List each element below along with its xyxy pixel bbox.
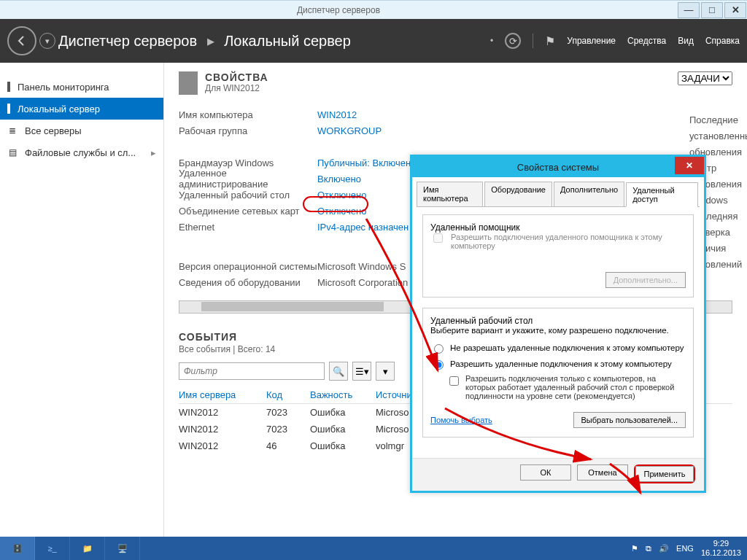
taskbar-server-manager[interactable]: 🗄️ [0,537,35,560]
tray-flag-icon[interactable]: ⚑ [631,544,638,553]
ok-button[interactable]: ОК [520,464,571,481]
prop-workgroup-label: Рабочая группа [179,125,317,136]
server-icon [7,104,10,114]
tray-clock[interactable]: 9:29 16.12.2013 [701,539,741,558]
chevron-right-icon: ▸ [207,33,214,49]
server-manager-icon: 🗄️ [12,544,23,553]
powershell-icon: ≥_ [47,544,56,553]
tray-sound-icon[interactable]: 🔊 [659,544,669,553]
tray-language[interactable]: ENG [676,544,694,553]
remote-desktop-legend: Удаленный рабочий стол [430,316,686,326]
scrollbar-thumb[interactable] [201,302,384,311]
tasks-dropdown[interactable]: ЗАДАЧИ [678,71,732,85]
tab-advanced[interactable]: Дополнительно [554,182,624,206]
ribbon-bar: ▾ Диспетчер серверов ▸ Локальный сервер … [0,19,747,63]
nav-dashboard[interactable]: Панель мониторинга [0,76,163,98]
history-dropdown[interactable]: ▾ [39,33,55,49]
prop-ethernet-value[interactable]: IPv4-адрес назначен [317,222,409,233]
prop-remote-admin-label: Удаленное администрирование [179,168,317,190]
taskbar-explorer[interactable]: 📁 [70,537,105,560]
properties-tile-icon [179,71,198,95]
close-button[interactable]: ✕ [724,2,746,18]
prop-computer-label: Имя компьютера [179,109,317,120]
nav-all-servers[interactable]: ≣Все серверы [0,120,163,141]
advanced-button: Дополнительно... [605,272,686,288]
properties-subheading: Для WIN2012 [205,83,268,93]
dialog-close-button[interactable]: ✕ [675,157,704,174]
left-nav: Панель мониторинга Локальный сервер ≣Все… [0,63,164,537]
taskbar-powershell[interactable]: ≥_ [35,537,70,560]
folder-icon: 📁 [82,544,93,553]
cancel-button[interactable]: Отмена [577,464,628,481]
filter-options-button[interactable]: ☰▾ [352,362,371,381]
remote-assistance-group: Удаленный помощник Разрешить подключения… [422,214,694,298]
nav-local-server[interactable]: Локальный сервер [0,98,163,120]
prop-hw-label: Сведения об оборудовании [179,277,317,288]
refresh-icon[interactable]: ⟳ [505,33,521,49]
prop-workgroup-value[interactable]: WORKGROUP [317,125,382,136]
select-users-button[interactable]: Выбрать пользователей... [573,412,686,428]
search-icon[interactable]: 🔍 [329,362,348,381]
menu-manage[interactable]: Управление [567,36,616,46]
servers-icon: ≣ [7,125,18,136]
menu-tools[interactable]: Средства [627,36,666,46]
tab-hardware[interactable]: Оборудование [484,182,552,206]
prop-firewall-label: Брандмауэр Windows [179,158,317,168]
radio-allow-connections[interactable] [434,360,444,370]
breadcrumb-page: Локальный сервер [224,33,351,49]
taskbar[interactable]: 🗄️ ≥_ 📁 🖥️ ⚑ ⧉ 🔊 ENG 9:29 16.12.2013 [0,537,747,560]
prop-os-value: Microsoft Windows S [317,261,406,272]
prop-rdp-label: Удаленный рабочий стол [179,190,317,201]
taskbar-app[interactable]: 🖥️ [105,537,140,560]
prop-hw-value: Microsoft Corporation [317,277,408,288]
prop-rdp-value[interactable]: Отключено [317,190,366,201]
radio-deny-connections[interactable] [434,344,444,354]
dialog-title: Свойства системы [517,162,599,173]
tray-network-icon[interactable]: ⧉ [646,544,651,553]
dashboard-icon [7,82,10,92]
remote-assistance-legend: Удаленный помощник [430,222,686,233]
window-titlebar: Диспетчер серверов — □ ✕ [0,0,747,19]
remote-desktop-group: Удаленный рабочий стол Выберите вариант … [422,308,694,438]
breadcrumb-root[interactable]: Диспетчер серверов [58,33,197,49]
window-title: Диспетчер серверов [0,5,677,15]
breadcrumb: Диспетчер серверов ▸ Локальный сервер [58,32,490,50]
help-choose-link[interactable]: Помочь выбрать [430,416,492,424]
tab-computer-name[interactable]: Имя компьютера [417,182,483,206]
prop-nic-label: Объединение сетевых карт [179,206,317,217]
apply-button[interactable]: Применить [635,466,694,482]
filter-tags-button[interactable]: ▾ [376,362,395,381]
prop-remote-admin-value[interactable]: Включено [317,174,361,184]
back-button[interactable] [7,26,36,55]
prop-computer-value[interactable]: WIN2012 [317,109,357,120]
system-properties-dialog: Свойства системы ✕ Имя компьютера Оборуд… [410,155,706,493]
tab-remote-access[interactable]: Удаленный доступ [626,182,698,207]
events-filter-input[interactable] [179,362,325,380]
app-icon: 🖥️ [117,544,128,553]
flag-icon[interactable]: ⚑ [545,34,555,48]
rdp-hint: Выберите вариант и укажите, кому разреше… [430,326,686,335]
prop-nic-value[interactable]: Отключено [317,206,366,217]
prop-ethernet-label: Ethernet [179,222,317,233]
nav-file-services[interactable]: ▤Файловые службы и сл...▸ [0,141,163,163]
files-icon: ▤ [7,147,18,158]
properties-heading: СВОЙСТВА [205,71,268,83]
prop-firewall-value[interactable]: Публичный: Включено [317,158,416,168]
menu-view[interactable]: Вид [678,36,694,46]
chevron-right-icon: ▸ [151,147,156,158]
prop-os-label: Версия операционной системы [179,261,317,272]
maximize-button[interactable]: □ [701,2,723,18]
dialog-titlebar[interactable]: Свойства системы ✕ [412,157,704,177]
menu-help[interactable]: Справка [705,36,740,46]
remote-assistance-checkbox [433,233,443,243]
minimize-button[interactable]: — [678,2,700,18]
nla-checkbox[interactable] [449,376,459,386]
